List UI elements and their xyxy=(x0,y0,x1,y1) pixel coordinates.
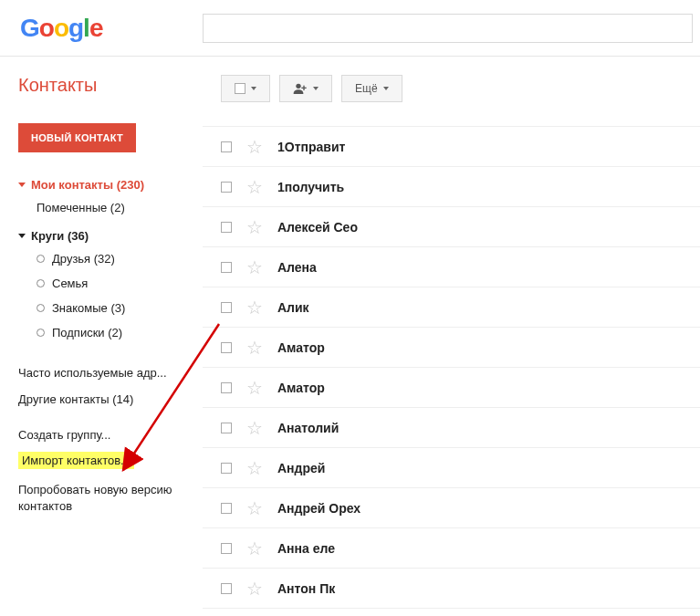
contact-row[interactable]: ☆Анатолий xyxy=(203,408,700,448)
checkbox-icon xyxy=(221,342,232,353)
row-checkbox[interactable] xyxy=(221,423,246,433)
contact-name: Аматор xyxy=(277,340,325,355)
row-star[interactable]: ☆ xyxy=(246,379,277,397)
row-checkbox[interactable] xyxy=(221,503,246,514)
circle-icon xyxy=(37,329,45,337)
caret-down-icon xyxy=(251,87,256,90)
row-star[interactable]: ☆ xyxy=(246,539,277,558)
contact-name: Анатолий xyxy=(277,421,339,435)
nav-circles-label: Круги (36) xyxy=(31,229,89,243)
star-icon: ☆ xyxy=(246,339,263,357)
row-checkbox[interactable] xyxy=(221,382,246,393)
contact-name: Алик xyxy=(277,300,309,315)
row-star[interactable]: ☆ xyxy=(246,419,277,437)
contact-row[interactable]: ☆Андрей Орех xyxy=(203,488,700,528)
star-icon: ☆ xyxy=(246,379,263,397)
row-checkbox[interactable] xyxy=(221,543,246,554)
nav-circle-item[interactable]: Знакомые (3) xyxy=(18,296,203,320)
contact-name: Антон Пк xyxy=(277,581,335,596)
contact-row[interactable]: ☆1Отправит xyxy=(203,127,700,167)
contact-name: Андрей Орех xyxy=(277,501,360,516)
checkbox-icon xyxy=(221,463,232,474)
nav-my-contacts-label: Мои контакты (230) xyxy=(31,178,144,192)
nav-circle-item[interactable]: Друзья (32) xyxy=(18,246,203,271)
nav-circle-label: Знакомые (3) xyxy=(52,301,125,315)
nav-starred[interactable]: Помеченные (2) xyxy=(18,195,203,220)
row-star[interactable]: ☆ xyxy=(246,298,277,317)
nav-import-contacts[interactable]: Импорт контактов... xyxy=(18,452,134,469)
star-icon: ☆ xyxy=(246,138,263,156)
contact-row[interactable]: ☆Аматор xyxy=(203,368,700,408)
contact-name: Аматор xyxy=(277,381,325,395)
row-checkbox[interactable] xyxy=(221,583,246,594)
nav-circle-label: Семья xyxy=(52,277,88,290)
row-checkbox[interactable] xyxy=(221,262,246,273)
row-checkbox[interactable] xyxy=(221,222,246,233)
row-checkbox[interactable] xyxy=(221,302,246,313)
star-icon: ☆ xyxy=(246,539,263,558)
contact-row[interactable]: ☆1получить xyxy=(203,167,700,207)
caret-down-icon xyxy=(313,87,319,90)
checkbox-icon xyxy=(221,423,232,433)
circle-icon xyxy=(37,279,45,287)
checkbox-icon xyxy=(221,302,232,313)
contact-row[interactable]: ☆Алексей Сео xyxy=(203,207,700,247)
contact-row[interactable]: ☆Алена xyxy=(203,247,700,287)
new-contact-button[interactable]: НОВЫЙ КОНТАКТ xyxy=(18,123,136,152)
circle-icon xyxy=(37,304,45,312)
nav-frequent[interactable]: Часто используемые адр... xyxy=(18,360,201,386)
star-icon: ☆ xyxy=(246,499,263,517)
contact-name: Андрей xyxy=(277,461,325,475)
nav-circle-label: Подписки (2) xyxy=(52,326,122,339)
svg-rect-2 xyxy=(301,88,306,89)
nav-circle-item[interactable]: Подписки (2) xyxy=(18,320,203,345)
contact-list: ☆1Отправит☆1получить☆Алексей Сео☆Алена☆А… xyxy=(203,126,700,609)
row-star[interactable]: ☆ xyxy=(246,178,277,196)
circle-icon xyxy=(37,255,45,263)
row-star[interactable]: ☆ xyxy=(246,218,277,236)
contact-row[interactable]: ☆Алик xyxy=(203,287,700,328)
caret-down-icon xyxy=(18,234,26,238)
row-star[interactable]: ☆ xyxy=(246,579,277,598)
row-star[interactable]: ☆ xyxy=(246,258,277,277)
contact-name: Анна еле xyxy=(277,541,335,556)
row-star[interactable]: ☆ xyxy=(246,499,277,517)
star-icon: ☆ xyxy=(246,298,263,317)
toolbar: Ещё xyxy=(203,75,700,126)
star-icon: ☆ xyxy=(246,419,263,437)
nav-circle-item[interactable]: Семья xyxy=(18,271,203,296)
row-star[interactable]: ☆ xyxy=(246,459,277,477)
nav-circles[interactable]: Круги (36) xyxy=(18,225,203,246)
row-checkbox[interactable] xyxy=(221,342,246,353)
nav-circle-label: Друзья (32) xyxy=(52,252,115,266)
search-input[interactable] xyxy=(203,14,693,43)
contact-row[interactable]: ☆Аматор xyxy=(203,328,700,368)
nav-circles-group: Круги (36) Друзья (32)СемьяЗнакомые (3)П… xyxy=(18,225,203,345)
nav-other-contacts[interactable]: Другие контакты (14) xyxy=(18,386,201,412)
contact-row[interactable]: ☆Анна еле xyxy=(203,528,700,569)
header: Google xyxy=(0,0,700,57)
contact-name: Алена xyxy=(277,260,317,275)
row-checkbox[interactable] xyxy=(221,141,246,152)
contact-row[interactable]: ☆Антон Пк xyxy=(203,569,700,609)
nav-try-new[interactable]: Попробовать новую версию контактов xyxy=(18,475,201,521)
nav-my-contacts[interactable]: Мои контакты (230) xyxy=(18,174,203,195)
add-to-group-button[interactable] xyxy=(279,75,332,102)
caret-down-icon xyxy=(383,87,389,90)
checkbox-icon xyxy=(221,382,232,393)
person-add-icon xyxy=(293,82,308,95)
sidebar: Контакты НОВЫЙ КОНТАКТ Мои контакты (230… xyxy=(0,57,203,616)
checkbox-icon xyxy=(235,83,246,94)
google-logo[interactable]: Google xyxy=(20,14,203,43)
select-all-button[interactable] xyxy=(221,75,270,102)
main: Контакты НОВЫЙ КОНТАКТ Мои контакты (230… xyxy=(0,57,700,616)
svg-point-0 xyxy=(296,84,300,89)
nav-create-group[interactable]: Создать группу... xyxy=(18,422,201,448)
contact-row[interactable]: ☆Андрей xyxy=(203,448,700,488)
row-star[interactable]: ☆ xyxy=(246,138,277,156)
more-button[interactable]: Ещё xyxy=(341,75,402,102)
row-checkbox[interactable] xyxy=(221,463,246,474)
row-checkbox[interactable] xyxy=(221,182,246,193)
row-star[interactable]: ☆ xyxy=(246,339,277,357)
nav-starred-label: Помеченные (2) xyxy=(37,201,125,214)
